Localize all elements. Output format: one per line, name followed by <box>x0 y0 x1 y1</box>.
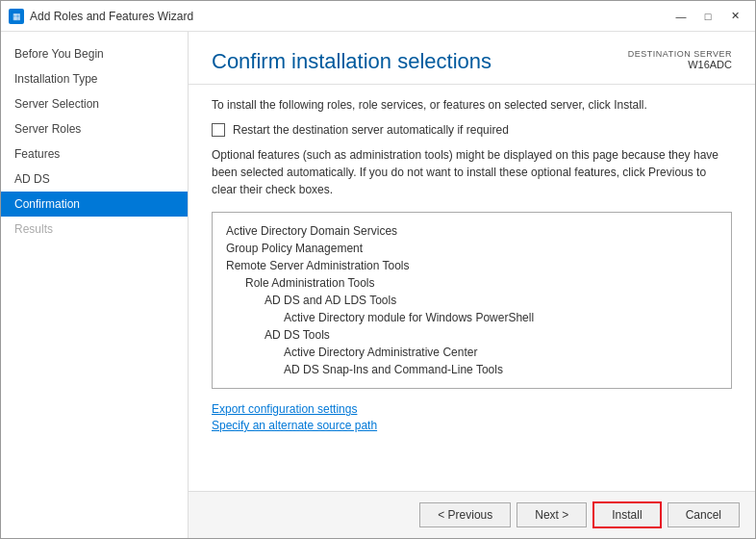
destination-server-info: DESTINATION SERVER W16ADC <box>628 49 732 70</box>
sidebar: Before You BeginInstallation TypeServer … <box>1 32 189 538</box>
wizard-window: ▦ Add Roles and Features Wizard — □ ✕ Be… <box>0 0 756 539</box>
footer: < Previous Next > Install Cancel <box>189 491 755 538</box>
optional-description: Optional features (such as administratio… <box>212 146 732 198</box>
link-0[interactable]: Export configuration settings <box>212 402 732 416</box>
window-title: Add Roles and Features Wizard <box>30 10 668 23</box>
feature-item: Role Administration Tools <box>226 274 718 292</box>
header: Confirm installation selections DESTINAT… <box>189 32 755 85</box>
feature-item: AD DS Snap-Ins and Command-Line Tools <box>226 361 718 378</box>
content-area: Before You BeginInstallation TypeServer … <box>1 32 755 538</box>
sidebar-item-before-you-begin[interactable]: Before You Begin <box>1 41 188 66</box>
feature-item: AD DS and AD LDS Tools <box>226 292 718 309</box>
minimize-button[interactable]: — <box>668 7 693 26</box>
sidebar-item-confirmation[interactable]: Confirmation <box>1 192 188 217</box>
link-1[interactable]: Specify an alternate source path <box>212 419 732 432</box>
previous-button[interactable]: < Previous <box>419 502 511 527</box>
main-panel: Confirm installation selections DESTINAT… <box>189 32 755 538</box>
app-icon: ▦ <box>9 9 24 24</box>
page-title: Confirm installation selections <box>212 49 491 74</box>
cancel-button[interactable]: Cancel <box>668 502 740 527</box>
title-bar-controls: — □ ✕ <box>668 7 747 26</box>
main-content: To install the following roles, role ser… <box>189 85 755 491</box>
sidebar-item-results[interactable]: Results <box>1 217 188 242</box>
install-description: To install the following roles, role ser… <box>212 98 732 112</box>
install-button[interactable]: Install <box>592 501 661 528</box>
links-section: Export configuration settingsSpecify an … <box>212 402 732 432</box>
next-button[interactable]: Next > <box>517 502 587 527</box>
restart-checkbox[interactable] <box>212 123 225 137</box>
sidebar-item-server-roles[interactable]: Server Roles <box>1 116 188 141</box>
sidebar-item-ad-ds[interactable]: AD DS <box>1 167 188 192</box>
feature-item: Group Policy Management <box>226 240 718 257</box>
maximize-button[interactable]: □ <box>695 7 720 26</box>
destination-server-name: W16ADC <box>628 59 732 70</box>
title-bar: ▦ Add Roles and Features Wizard — □ ✕ <box>1 1 755 32</box>
sidebar-item-features[interactable]: Features <box>1 141 188 167</box>
features-list: Active Directory Domain ServicesGroup Po… <box>212 212 732 389</box>
feature-item: Active Directory Domain Services <box>226 222 718 240</box>
feature-item: Remote Server Administration Tools <box>226 257 718 274</box>
restart-checkbox-label: Restart the destination server automatic… <box>233 123 509 137</box>
destination-server-label: DESTINATION SERVER <box>628 49 732 59</box>
sidebar-item-server-selection[interactable]: Server Selection <box>1 91 188 116</box>
feature-item: Active Directory module for Windows Powe… <box>226 309 718 326</box>
feature-item: AD DS Tools <box>226 326 718 344</box>
feature-item: Active Directory Administrative Center <box>226 344 718 361</box>
close-button[interactable]: ✕ <box>722 7 747 26</box>
restart-checkbox-row: Restart the destination server automatic… <box>212 123 732 137</box>
sidebar-item-installation-type[interactable]: Installation Type <box>1 66 188 91</box>
